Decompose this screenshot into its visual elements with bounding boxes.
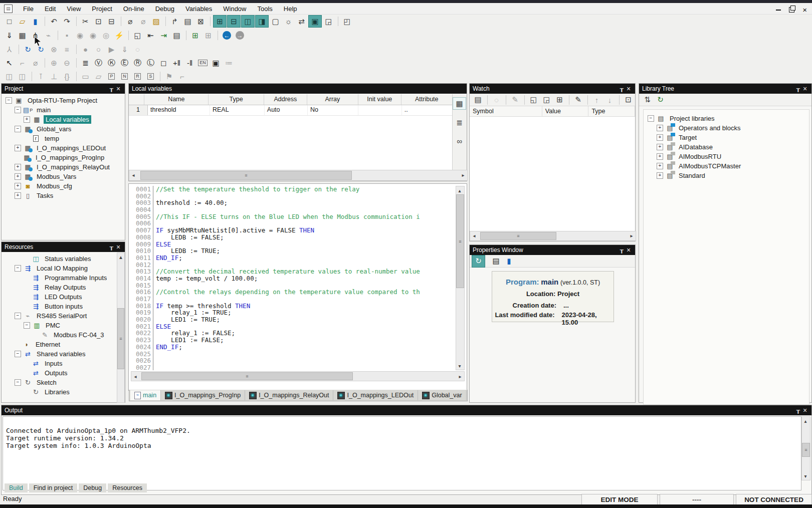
braces-icon[interactable]: {} [61,71,73,82]
resources-item-programmable-inputs[interactable]: ⇶Programmable Inputs [2,273,125,283]
column-type[interactable]: Type [209,94,264,105]
en-eno-icon[interactable]: EN [196,57,209,69]
output-log[interactable]: Connected to ArduinoOpta_1p0 on ARMThumb… [3,416,801,490]
cell-array[interactable]: No [308,105,358,115]
project-item-global-vars[interactable]: −▦Global_vars [2,124,125,134]
project-item-main[interactable]: −▤Pmain [2,105,125,115]
code-area[interactable]: 0001//Set the temperature theshold to tr… [131,186,448,370]
code-line[interactable]: 0021ELSE [131,323,448,330]
simulation-icon[interactable]: ◱ [131,30,144,41]
editor-vscrollbar[interactable]: ▴ ≡ ▾ [456,186,465,370]
code-line[interactable]: 0015 [131,282,448,289]
watch-column-symbol[interactable]: Symbol [470,106,542,116]
variables-hscrollbar[interactable]: ◂ ≡ ▸ [129,170,468,181]
pin-icon[interactable]: ┰ [794,85,801,92]
scrollbar-thumb[interactable]: ≡ [480,232,556,240]
coil-s-icon[interactable]: S [144,71,157,82]
step-into-icon[interactable]: ⇓ [118,44,131,55]
contact-open-icon[interactable]: ▭ [79,71,92,82]
collapse-icon[interactable]: − [6,97,12,104]
navigate-forward-icon[interactable]: → [234,30,246,41]
code-line[interactable]: 0017 [131,296,448,303]
collapse-icon[interactable]: − [15,107,21,113]
code-line[interactable]: 0005//This IF - ELSE turns on the Blue L… [131,213,448,220]
project-item-i-o-mappings-ledout[interactable]: +▦I_O_mappings_LEDOut [2,143,125,153]
new-icon[interactable]: □ [3,16,16,27]
grid-icon[interactable]: ⊞ [202,30,215,41]
watch-clear-icon[interactable]: ✎ [572,94,584,106]
close-icon[interactable]: × [802,8,807,13]
resources-item-shared-variables[interactable]: −⇄Shared variables [2,349,125,359]
connection-mode-icon[interactable]: ⌐ [16,57,29,69]
resources-item-pmc[interactable]: −▥PMC [2,321,125,330]
find-next-icon[interactable]: ⌀ [137,16,149,27]
code-line[interactable]: 0023 LED1 := FALSE; [131,337,448,344]
project-item-opta-rtu-temp-project[interactable]: −▣Opta-RTU-Temp Project [2,96,125,105]
scroll-up-icon[interactable]: ▴ [801,417,809,425]
collapse-icon[interactable]: − [15,351,21,357]
scroll-down-icon[interactable]: ▾ [456,362,464,370]
output-tab-resources[interactable]: Resources [108,483,147,492]
scroll-up-icon[interactable]: ▲ [117,253,125,261]
find-in-project-icon[interactable]: ▨ [150,16,162,27]
watch-insert-icon[interactable]: ✎ [509,94,521,106]
block-k-icon[interactable]: Ⓚ [105,57,118,69]
column-attribute[interactable]: Attribute [401,94,453,105]
library-item-aimodbusrtu[interactable]: +▤AIModbusRTU [644,152,809,161]
code-line[interactable]: 0024END_IF; [131,344,448,351]
cell-attribute[interactable]: .. [402,105,453,115]
output-tab-build[interactable]: Build [5,483,28,492]
column-array[interactable]: Array [307,94,358,105]
code-editor[interactable]: 0001//Set the temperature theshold to tr… [128,183,467,391]
find-variable-icon[interactable]: ∞ [453,135,466,147]
block-v-icon[interactable]: Ⓥ [92,57,105,69]
add-grid-icon[interactable]: ⊞ [189,30,201,41]
code-line[interactable]: 0004 [131,206,448,213]
code-line[interactable]: 0019 relay_1 := TRUE; [131,309,448,316]
editor-tab-i-o-mappings-relayout[interactable]: I_O_mappings_RelayOut [245,390,333,400]
zoom-out-icon[interactable]: ⊖ [61,57,73,69]
cell-address[interactable]: Auto [265,105,308,115]
grid-view-icon[interactable]: ▦ [453,97,466,110]
scrollbar-thumb[interactable]: ≡ [802,443,810,457]
add-contact-after-icon[interactable]: +‖ [170,57,183,69]
hot-restart-icon[interactable]: ◎ [100,30,112,41]
code-line[interactable]: 0027 [131,364,448,370]
scroll-right-icon[interactable]: ▸ [459,171,467,179]
watch-move-up-icon[interactable]: ↑ [590,94,603,106]
browse-window-icon[interactable]: ◲ [322,16,335,27]
library-item-aimodbustcpmaster[interactable]: +▤AIModbusTCPMaster [644,161,809,171]
new-network-icon[interactable]: ≣ [79,57,92,69]
editor-tab-i-o-mappings-proginp[interactable]: I_O_mappings_ProgInp [161,390,245,400]
close-icon[interactable]: × [115,244,122,250]
code-line[interactable]: 0011END_IF; [131,255,448,262]
watch-list[interactable] [470,117,635,220]
code-line[interactable]: 0016//Control the relays depending on th… [131,289,448,296]
editor-tab-global-var[interactable]: Global_var [418,390,466,400]
close-icon[interactable]: × [115,86,122,92]
warm-restart-icon[interactable]: ◉ [87,30,99,41]
resources-item-modbus-fc-04-3[interactable]: ✎Modbus FC-04_3 [2,330,125,340]
branch-down-icon[interactable]: ⊥ [48,71,60,82]
collapse-icon[interactable]: − [15,313,21,319]
watch-column-value[interactable]: Value [542,106,589,116]
block-r-icon[interactable]: Ⓡ [131,57,144,69]
library-item-operators-and-blocks[interactable]: +▤Operators and blocks [644,123,809,133]
watch-copy-icon[interactable]: ⊡ [622,94,635,106]
editor-tab-i-o-mappings-ledout[interactable]: I_O_mappings_LEDOut [333,390,418,400]
expand-icon[interactable]: + [15,183,21,189]
contact-closed-icon[interactable]: ▱ [92,71,105,82]
collapse-icon[interactable]: − [15,126,21,132]
abort-compile-icon[interactable]: ⊗ [48,44,60,55]
collapse-icon[interactable]: − [24,322,30,329]
scrollbar-thumb[interactable]: ≡ [117,308,124,369]
menu-debug[interactable]: Debug [150,4,180,14]
code-line[interactable]: 0025 [131,351,448,358]
menu-file[interactable]: File [18,4,39,14]
scrollbar-thumb[interactable]: ≡ [456,194,464,288]
print-icon[interactable]: ▤ [181,16,194,27]
scrollbar-thumb[interactable]: ≡ [140,171,352,180]
copy-icon[interactable]: ⊡ [92,16,105,27]
collapse-icon[interactable]: − [15,265,21,272]
flag-icon[interactable]: ⚑ [163,71,175,82]
